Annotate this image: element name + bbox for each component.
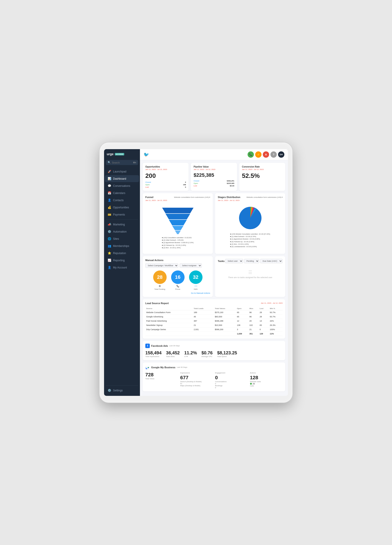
svg-marker-2 — [169, 220, 187, 225]
topbar-avatar-lightning[interactable]: ⚡ — [255, 151, 261, 158]
google-icon — [145, 365, 150, 370]
sidebar-item-payments[interactable]: 💳 Payments — [105, 211, 139, 218]
sidebar-item-calendars[interactable]: 📅 Calendars — [105, 190, 139, 197]
conversion-date: Jan 11, 2023 - Jul 12, 2023 — [242, 168, 283, 170]
gmb-engagement-label: Engagement — [215, 372, 248, 374]
sidebar-item-sites[interactable]: 🌐 Sites — [105, 235, 139, 242]
row-open: 1,639 — [236, 331, 249, 336]
tasks-title: Tasks — [218, 260, 224, 262]
tasks-status-filter[interactable]: Pending — [244, 259, 259, 263]
go-to-manual-actions-link[interactable]: Go to Manual Actions — [145, 292, 210, 294]
topbar-avatar-user[interactable]: A — [263, 151, 269, 158]
gmb-stats: 728 Total Views Impressions 677 Search (… — [145, 372, 283, 389]
sidebar-item-reputation[interactable]: ⭐ Reputation — [105, 250, 139, 257]
gmb-website-visits-label: Website visits — [250, 381, 283, 383]
sidebar-item-automation[interactable]: ⚙️ Automation — [105, 228, 139, 235]
funnel-date: Jan 11, 2023 - Jul 12, 2023 — [145, 199, 210, 201]
sidebar-item-memberships[interactable]: 👥 Memberships — [105, 242, 139, 249]
funnel-svg — [160, 205, 196, 235]
row-won: 96 — [249, 315, 259, 319]
topbar-avatar-phone[interactable]: 📞 — [248, 151, 254, 158]
search-input[interactable] — [112, 161, 132, 164]
stages-filter[interactable]: Website consultation form submission (14… — [246, 196, 283, 198]
stages-title: Stages Distribution — [218, 196, 240, 198]
fb-ctr-label: CTR — [184, 355, 197, 358]
table-row: 1,639 351 129 11% — [145, 331, 283, 336]
row-lost: 129 — [259, 331, 269, 336]
sidebar-item-settings[interactable]: ⚙️ Settings — [105, 387, 139, 394]
sidebar-item-opportunities-label: Opportunities — [113, 206, 129, 209]
search-bar[interactable]: 🔍 ⌘K — [106, 160, 138, 165]
opp-open-val: 198 — [183, 184, 186, 186]
gmb-engagement-value: 0 — [215, 375, 248, 381]
logo-badge: ACCESS — [115, 153, 124, 155]
payments-icon: 💳 — [108, 213, 111, 216]
sidebar-item-dashboard-label: Dashboard — [113, 177, 126, 180]
sidebar-item-launchpad-label: Launchpad — [113, 170, 126, 173]
gmb-calls-value: 25 — [253, 383, 255, 385]
stages-header: Stages Distribution Website consultation… — [218, 196, 283, 198]
topbar-help-button[interactable]: ? — [270, 151, 277, 158]
row-source: Newsletter Signup — [145, 323, 193, 327]
opportunities-icon: 💰 — [108, 206, 111, 209]
launchpad-icon: 🚀 — [108, 170, 111, 173]
sidebar: urge ACCESS 🔍 ⌘K 🚀 Launchpad 📊 Dashboard — [104, 149, 140, 396]
lead-report-title: Lead Source Report — [145, 302, 169, 304]
fb-header: f Facebook Ads Last 30 Days — [145, 344, 283, 348]
gmb-period: Last 30 Days — [177, 366, 187, 368]
col-leads: Total Leads — [193, 307, 214, 310]
row-values: $396,288 — [214, 319, 236, 323]
funnel-chart: ■ (143) Consultation submitted - $ 132,9… — [145, 203, 210, 251]
row-won: 20 — [249, 319, 259, 323]
col-win-pct: Win % — [269, 307, 283, 310]
opportunities-card: Opportunities Jan 11, 2023 - Jul 12, 202… — [143, 163, 189, 191]
fb-stat-cpc: $0.76 Average CPC — [201, 350, 213, 358]
dashboard-icon: 📊 — [108, 177, 111, 180]
stages-filter-chevron: ▾ — [282, 196, 283, 198]
sidebar-item-reputation-label: Reputation — [113, 252, 126, 255]
row-win-pct: 26.3% — [269, 323, 283, 327]
sidebar-item-launchpad[interactable]: 🚀 Launchpad — [105, 168, 139, 175]
fb-title: Facebook Ads — [151, 345, 168, 347]
sidebar-item-contacts[interactable]: 👤 Contacts — [105, 197, 139, 204]
phone-icon: 📞 — [176, 285, 179, 287]
table-row: Drip Campaign Series 2,931 $586,200 3 21… — [145, 327, 283, 331]
row-lost: 0 — [259, 327, 269, 331]
sidebar-item-reporting[interactable]: 📈 Reporting — [105, 257, 139, 264]
campaign-filter[interactable]: Select Campaign / Workflow — [145, 263, 178, 268]
svg-marker-1 — [166, 214, 190, 219]
row-source: Website Consultation Form — [145, 310, 193, 315]
tasks-sort-filter[interactable]: Due Date (ASC) — [260, 259, 283, 263]
circle-sms: 32 ✉️ SMS — [189, 271, 203, 290]
gmb-impressions-search-label: Search (Desktop & Mobile) — [180, 381, 213, 383]
gmb-conversations-val: 0 — [215, 383, 248, 385]
sidebar-item-opportunities[interactable]: 💰 Opportunities — [105, 204, 139, 211]
row-won: 21 — [249, 327, 259, 331]
assignee-filter[interactable]: Select Assignee — [180, 263, 202, 268]
sidebar-item-account[interactable]: 👤 My Account — [105, 264, 139, 271]
row-open: 65 — [236, 310, 249, 315]
gmb-actions-label: Actions — [250, 372, 283, 374]
main-content: 🐦 📞 ⚡ A ? GH Opportunities Jan 11, 2023 … — [140, 149, 288, 396]
funnel-header: Funnel Website consultation form submiss… — [145, 196, 210, 198]
tasks-empty-state: ☰ There are no tasks assigned for the se… — [218, 265, 283, 283]
sidebar-item-conversations[interactable]: 💬 Conversations — [105, 182, 139, 189]
search-shortcut: ⌘K — [133, 161, 136, 164]
gmb-impressions-search-val: 51 — [180, 383, 213, 385]
gmb-bookings-label: Bookings — [215, 385, 248, 387]
funnel-title: Funnel — [145, 196, 153, 198]
gmb-header: Google My Business Last 30 Days — [145, 365, 283, 370]
sidebar-item-dashboard[interactable]: 📊 Dashboard — [105, 175, 139, 182]
lead-report-table: Source Total Leads Total Values Open Won… — [145, 307, 283, 336]
topbar-avatar-initials[interactable]: GH — [278, 151, 284, 158]
stages-date: Jan 11, 2023 - Jul 12, 2023 — [218, 199, 283, 201]
sms-label: SMS — [194, 288, 198, 290]
sidebar-item-conversations-label: Conversations — [113, 184, 130, 187]
sidebar-item-marketing[interactable]: 📣 Marketing — [105, 221, 139, 228]
row-lost: 28 — [259, 315, 269, 319]
tasks-user-filter[interactable]: Select user — [225, 259, 243, 263]
pie-svg — [237, 204, 264, 231]
tasks-empty-message: There are no tasks assigned for the sele… — [228, 276, 273, 279]
gmb-title: Google My Business — [151, 366, 175, 369]
funnel-filter[interactable]: Website consultation form submission (14… — [174, 196, 210, 198]
